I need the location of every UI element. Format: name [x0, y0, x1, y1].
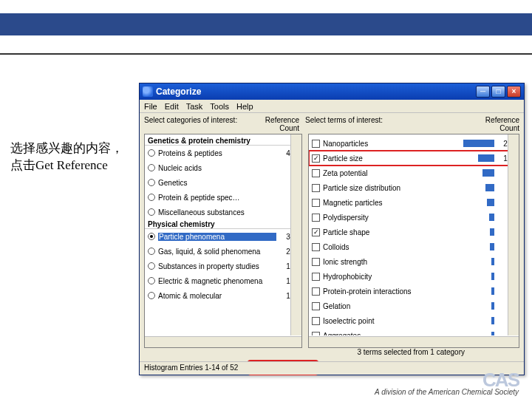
term-row[interactable]: Hydrophobicity7: [309, 269, 519, 284]
minimize-button[interactable]: ─: [476, 86, 490, 98]
titlebar[interactable]: Categorize ─ □ ×: [140, 83, 524, 100]
checkbox-icon[interactable]: [312, 273, 320, 281]
term-row[interactable]: Polydispersity23: [309, 210, 519, 225]
checkbox-icon[interactable]: [312, 154, 320, 163]
terms-list[interactable]: Nanoparticles240Particle size111Zeta pot…: [308, 134, 519, 348]
category-label: Atomic & molecular: [158, 292, 276, 300]
radio-icon[interactable]: [148, 292, 155, 299]
checkbox-icon[interactable]: [312, 332, 320, 336]
category-label: Substances in property studies: [158, 262, 276, 270]
category-row[interactable]: Nucleic acids48: [145, 160, 301, 175]
term-label: Protein-protein interactions: [323, 287, 489, 296]
checkbox-icon[interactable]: [312, 317, 320, 325]
scrollbar-vertical[interactable]: [290, 134, 301, 335]
histogram-bar: [485, 184, 494, 191]
checkbox-icon[interactable]: [312, 287, 320, 296]
checkbox-icon[interactable]: [312, 169, 320, 177]
category-row[interactable]: Electric & magnetic phenomena147: [145, 273, 301, 288]
term-row[interactable]: Ionic strength10: [309, 254, 519, 269]
histogram-bar: [491, 258, 494, 265]
category-row[interactable]: Genetics26: [145, 175, 301, 190]
histogram-bar: [491, 287, 494, 295]
checkbox-icon[interactable]: [312, 140, 320, 148]
category-label: Electric & magnetic phenomena: [158, 277, 276, 285]
term-row[interactable]: Particle size111: [309, 151, 519, 166]
term-row[interactable]: Colloids18: [309, 239, 519, 254]
radio-icon[interactable]: [148, 262, 155, 270]
checkbox-icon[interactable]: [312, 214, 320, 222]
category-row[interactable]: Proteins & peptides438: [145, 146, 301, 160]
maximize-button[interactable]: □: [491, 86, 505, 98]
histogram-bar: [491, 302, 494, 310]
checkbox-icon[interactable]: [312, 228, 320, 236]
term-label: Colloids: [323, 243, 488, 251]
category-label: Gas, liquid, & solid phenomena: [158, 248, 276, 256]
categories-count-label: Reference Count: [255, 116, 299, 132]
footer: CAS A division of the American Chemical …: [375, 388, 519, 396]
slide-caption: 选择感兴趣的内容，点击Get Reference: [10, 140, 129, 174]
category-row[interactable]: Miscellaneous substances42: [145, 205, 301, 219]
term-row[interactable]: Nanoparticles240: [309, 136, 519, 151]
checkbox-icon[interactable]: [312, 243, 320, 251]
scrollbar-horizontal[interactable]: [309, 336, 519, 347]
term-row[interactable]: Particle size distribution56: [309, 180, 519, 195]
term-row[interactable]: Zeta potential78: [309, 166, 519, 180]
scrollbar-vertical[interactable]: [508, 134, 519, 335]
category-label: Genetics: [158, 179, 276, 187]
histogram-bar: [491, 317, 494, 324]
radio-icon[interactable]: [148, 164, 155, 171]
category-label: Proteins & peptides: [158, 149, 276, 157]
histogram-bar: [491, 273, 494, 280]
categories-list[interactable]: Genetics & protein chemistryProteins & p…: [144, 134, 302, 348]
checkbox-icon[interactable]: [312, 199, 320, 207]
histogram-bar: [489, 214, 494, 221]
histogram-bar: [487, 199, 494, 206]
category-row[interactable]: Substances in property studies196: [145, 259, 301, 273]
menu-file[interactable]: File: [144, 102, 157, 111]
radio-icon[interactable]: [148, 208, 155, 216]
term-label: Particle size: [323, 154, 476, 163]
radio-icon[interactable]: [148, 179, 155, 186]
term-label: Isoelectric point: [323, 317, 489, 325]
menu-edit[interactable]: Edit: [165, 102, 179, 111]
term-label: Hydrophobicity: [323, 273, 489, 281]
term-row[interactable]: Aggregates5: [309, 328, 519, 335]
category-row[interactable]: Atomic & molecular146: [145, 288, 301, 303]
histogram-bar: [490, 243, 494, 250]
status-text: Histogram Entries 1-14 of 52: [144, 364, 238, 372]
cas-logo: CAS: [482, 369, 519, 392]
selection-summary: 3 terms selected from 1 category: [357, 348, 465, 356]
category-label: Protein & peptide spec…: [158, 194, 276, 202]
term-row[interactable]: Particle shape21: [309, 225, 519, 239]
checkbox-icon[interactable]: [312, 258, 320, 266]
category-group-header: Genetics & protein chemistry: [145, 136, 301, 146]
terms-label: Select terms of interest:: [305, 116, 383, 132]
term-row[interactable]: Protein-protein interactions6: [309, 284, 519, 299]
category-row[interactable]: Particle phenomena374: [145, 229, 301, 244]
checkbox-icon[interactable]: [312, 302, 320, 310]
menubar: File Edit Task Tools Help: [140, 100, 524, 113]
radio-icon[interactable]: [148, 277, 155, 284]
term-row[interactable]: Gelation6: [309, 299, 519, 313]
radio-icon[interactable]: [148, 194, 155, 201]
terms-count-label: Reference Count: [475, 116, 519, 132]
category-row[interactable]: Gas, liquid, & solid phenomena232: [145, 244, 301, 259]
slide-header-line: [0, 53, 532, 55]
radio-icon[interactable]: [148, 248, 155, 255]
category-row[interactable]: Protein & peptide spec…13: [145, 190, 301, 205]
term-label: Ionic strength: [323, 258, 489, 266]
categorize-window: Categorize ─ □ × File Edit Task Tools He…: [139, 83, 525, 375]
close-button[interactable]: ×: [507, 86, 521, 98]
scrollbar-horizontal[interactable]: [145, 336, 301, 347]
slide-header-bar: [0, 13, 532, 35]
term-row[interactable]: Isoelectric point5: [309, 313, 519, 328]
radio-icon[interactable]: [148, 233, 155, 240]
menu-help[interactable]: Help: [236, 102, 253, 111]
menu-task[interactable]: Task: [186, 102, 203, 111]
term-label: Gelation: [323, 302, 489, 310]
menu-tools[interactable]: Tools: [210, 102, 229, 111]
checkbox-icon[interactable]: [312, 184, 320, 192]
radio-icon[interactable]: [148, 149, 155, 157]
app-icon: [143, 86, 153, 97]
term-row[interactable]: Magnetic particles42: [309, 195, 519, 210]
